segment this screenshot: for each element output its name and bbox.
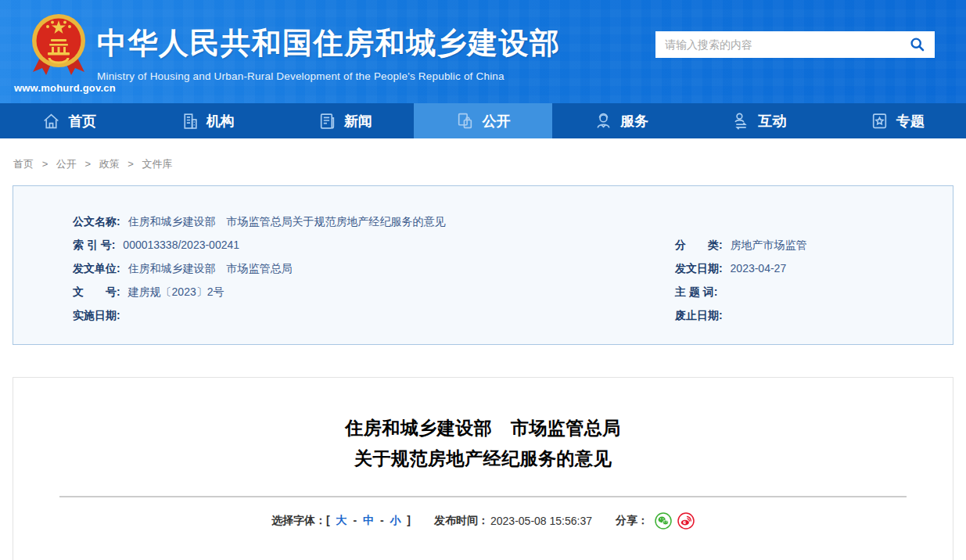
meta-row-doc-number: 文 号: 建房规〔2023〕2号	[73, 280, 675, 303]
star-box-icon	[870, 111, 889, 131]
wechat-icon	[655, 512, 672, 529]
newspaper-icon	[318, 111, 337, 131]
nav-item-disclosure[interactable]: 公开	[414, 103, 551, 138]
nav-item-interaction[interactable]: 互动	[690, 103, 828, 138]
meta-label: 分 类:	[675, 239, 723, 251]
font-size-large-button[interactable]: 大	[336, 514, 347, 526]
meta-label: 废止日期:	[675, 309, 723, 321]
document-title-line1: 住房和城乡建设部 市场监管总局	[13, 413, 953, 443]
breadcrumb-separator: >	[127, 158, 134, 170]
home-icon	[41, 111, 61, 131]
font-size-medium-button[interactable]: 中	[363, 514, 374, 526]
breadcrumb-policy[interactable]: 政策	[99, 158, 120, 170]
document-content-box: 住房和城乡建设部 市场监管总局 关于规范房地产经纪服务的意见 选择字体：[ 大 …	[13, 377, 953, 560]
weibo-icon	[677, 512, 695, 529]
meta-row-index-number: 索 引 号: 000013338/2023-00241	[73, 233, 675, 257]
breadcrumb-file-library[interactable]: 文件库	[142, 158, 173, 170]
site-subtitle: Ministry of Housing and Urban-Rural Deve…	[97, 70, 561, 82]
site-title: 中华人民共和国住房和城乡建设部	[97, 23, 561, 63]
breadcrumb-home[interactable]: 首页	[13, 158, 34, 170]
publish-time-label: 发布时间：	[434, 514, 489, 528]
main-nav: 首页 机构 新闻 公开	[0, 103, 966, 138]
meta-value-issuing-unit: 住房和城乡建设部 市场监管总局	[128, 262, 293, 275]
meta-column-right: 分 类: 房地产市场监管 发文日期: 2023-04-27 主 题 词: 废止日…	[675, 233, 953, 327]
font-size-small-button[interactable]: 小	[390, 514, 400, 526]
site-header: www.mohurd.gov.cn 中华人民共和国住房和城乡建设部 Minist…	[0, 0, 966, 103]
nav-item-services[interactable]: 服务	[552, 103, 690, 138]
nav-label: 服务	[620, 112, 648, 131]
font-size-suffix: ]	[407, 514, 411, 526]
share-label: 分享：	[616, 514, 648, 528]
document-title: 住房和城乡建设部 市场监管总局 关于规范房地产经纪服务的意见	[13, 413, 953, 474]
meta-row-implementation-date: 实施日期:	[73, 303, 675, 327]
meta-value-category: 房地产市场监管	[731, 239, 807, 251]
interaction-arrows-icon	[731, 111, 751, 131]
font-size-prefix: 选择字体：[	[271, 514, 330, 526]
search-box	[655, 31, 935, 58]
meta-row-subject-words: 主 题 词:	[675, 280, 953, 303]
nav-label: 首页	[68, 112, 96, 131]
meta-row-issuing-unit: 发文单位: 住房和城乡建设部 市场监管总局	[73, 257, 675, 280]
meta-row-issue-date: 发文日期: 2023-04-27	[675, 257, 953, 280]
open-documents-icon	[455, 111, 475, 131]
nav-label: 公开	[482, 112, 510, 131]
meta-label: 发文日期:	[675, 262, 723, 275]
meta-value-issue-date: 2023-04-27	[731, 262, 787, 275]
nav-item-home[interactable]: 首页	[0, 103, 138, 138]
meta-label: 索 引 号:	[73, 239, 115, 251]
meta-column-left: 索 引 号: 000013338/2023-00241 发文单位: 住房和城乡建…	[73, 233, 675, 327]
nav-label: 新闻	[344, 112, 372, 131]
search-button[interactable]	[900, 31, 935, 58]
publish-time-value: 2023-05-08 15:56:37	[490, 515, 592, 527]
breadcrumb-separator: >	[84, 158, 91, 170]
wechat-share-button[interactable]	[655, 512, 672, 529]
breadcrumb: 首页 > 公开 > 政策 > 文件库	[0, 138, 966, 185]
share-icons	[655, 512, 695, 529]
weibo-share-button[interactable]	[677, 512, 695, 529]
site-url: www.mohurd.gov.cn	[14, 82, 103, 94]
meta-row-category: 分 类: 房地产市场监管	[675, 233, 953, 257]
document-meta-box: 公文名称: 住房和城乡建设部 市场监管总局关于规范房地产经纪服务的意见 索 引 …	[13, 185, 953, 345]
national-emblem-icon	[30, 11, 88, 78]
breadcrumb-disclosure[interactable]: 公开	[56, 158, 77, 170]
document-toolbar: 选择字体：[ 大 - 中 - 小 ] 发布时间： 2023-05-08 15:5…	[13, 512, 953, 529]
meta-value-doc-number: 建房规〔2023〕2号	[128, 285, 224, 298]
meta-value-doc-name: 住房和城乡建设部 市场监管总局关于规范房地产经纪服务的意见	[128, 215, 446, 228]
meta-label: 主 题 词:	[675, 285, 717, 298]
document-title-line2: 关于规范房地产经纪服务的意见	[13, 443, 953, 474]
meta-row-doc-name: 公文名称: 住房和城乡建设部 市场监管总局关于规范房地产经纪服务的意见	[73, 210, 953, 233]
meta-row-repeal-date: 废止日期:	[675, 303, 953, 327]
site-logo[interactable]: www.mohurd.gov.cn	[14, 11, 103, 94]
nav-label: 专题	[896, 112, 925, 131]
meta-label: 发文单位:	[73, 262, 120, 275]
breadcrumb-separator: >	[42, 158, 48, 170]
service-person-icon	[594, 111, 613, 131]
title-divider	[59, 496, 907, 497]
nav-item-organization[interactable]: 机构	[138, 103, 275, 138]
meta-grid: 索 引 号: 000013338/2023-00241 发文单位: 住房和城乡建…	[73, 233, 953, 327]
meta-value-index-number: 000013338/2023-00241	[123, 239, 239, 251]
meta-label: 实施日期:	[73, 309, 120, 321]
nav-label: 机构	[206, 112, 235, 131]
building-icon	[180, 111, 199, 131]
nav-item-topics[interactable]: 专题	[828, 103, 966, 138]
font-size-separator: -	[353, 514, 357, 526]
font-size-separator: -	[380, 514, 384, 526]
meta-label: 公文名称:	[73, 215, 120, 228]
search-icon	[909, 36, 926, 53]
meta-label: 文 号:	[73, 285, 120, 298]
font-size-selector: 选择字体：[ 大 - 中 - 小 ]	[271, 514, 411, 528]
nav-label: 互动	[758, 112, 786, 131]
search-input[interactable]	[655, 31, 900, 58]
nav-item-news[interactable]: 新闻	[276, 103, 414, 138]
site-title-block: 中华人民共和国住房和城乡建设部 Ministry of Housing and …	[97, 23, 561, 82]
